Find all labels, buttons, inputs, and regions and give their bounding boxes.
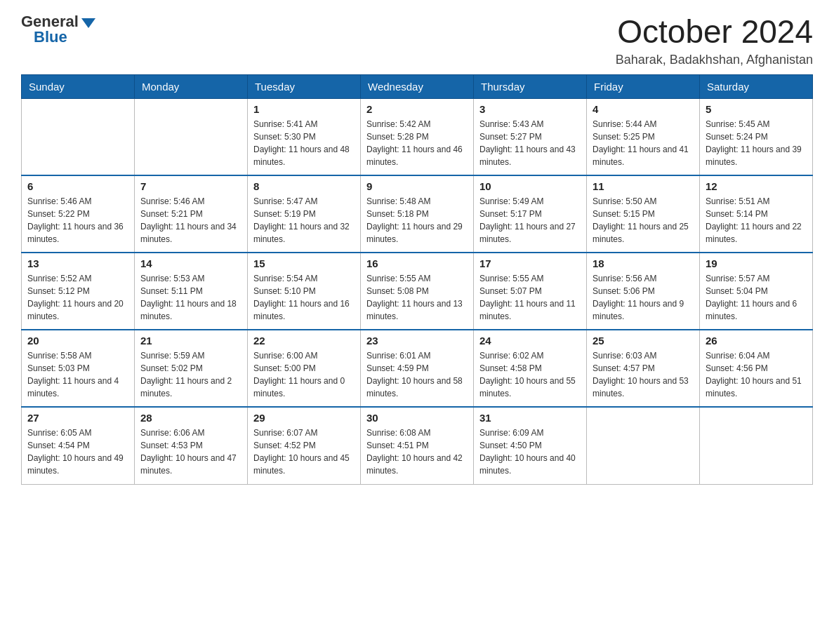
calendar-day-cell: 12Sunrise: 5:51 AMSunset: 5:14 PMDayligh…	[700, 175, 813, 253]
day-detail: Sunrise: 5:50 AMSunset: 5:15 PMDaylight:…	[593, 195, 694, 246]
day-number: 13	[27, 257, 128, 269]
day-number: 28	[140, 412, 241, 424]
day-detail: Sunrise: 5:45 AMSunset: 5:24 PMDaylight:…	[706, 118, 807, 168]
day-number: 27	[27, 412, 128, 424]
day-detail: Sunrise: 5:43 AMSunset: 5:27 PMDaylight:…	[479, 118, 581, 168]
day-detail: Sunrise: 5:53 AMSunset: 5:11 PMDaylight:…	[140, 272, 241, 323]
calendar-day-cell: 18Sunrise: 5:56 AMSunset: 5:06 PMDayligh…	[587, 253, 700, 330]
calendar-day-cell: 14Sunrise: 5:53 AMSunset: 5:11 PMDayligh…	[135, 253, 248, 330]
title-section: October 2024 Baharak, Badakhshan, Afghan…	[616, 14, 813, 67]
calendar-day-cell: 21Sunrise: 5:59 AMSunset: 5:02 PMDayligh…	[135, 330, 248, 407]
day-number: 9	[366, 180, 468, 192]
calendar-day-cell: 4Sunrise: 5:44 AMSunset: 5:25 PMDaylight…	[587, 98, 700, 175]
calendar-week-row: 6Sunrise: 5:46 AMSunset: 5:22 PMDaylight…	[22, 175, 813, 253]
day-detail: Sunrise: 5:41 AMSunset: 5:30 PMDaylight:…	[253, 118, 355, 168]
calendar-week-row: 13Sunrise: 5:52 AMSunset: 5:12 PMDayligh…	[22, 253, 813, 330]
calendar-day-header: Thursday	[474, 74, 587, 98]
calendar-day-header: Saturday	[700, 74, 813, 98]
day-detail: Sunrise: 5:56 AMSunset: 5:06 PMDaylight:…	[593, 272, 694, 323]
calendar-day-cell: 8Sunrise: 5:47 AMSunset: 5:19 PMDaylight…	[248, 175, 361, 253]
day-number: 11	[593, 180, 694, 192]
calendar-day-cell: 25Sunrise: 6:03 AMSunset: 4:57 PMDayligh…	[587, 330, 700, 407]
calendar-day-cell: 9Sunrise: 5:48 AMSunset: 5:18 PMDaylight…	[361, 175, 474, 253]
day-number: 19	[706, 257, 807, 269]
day-detail: Sunrise: 6:06 AMSunset: 4:53 PMDaylight:…	[140, 427, 241, 477]
day-detail: Sunrise: 6:04 AMSunset: 4:56 PMDaylight:…	[706, 349, 807, 400]
calendar-day-cell	[587, 407, 700, 484]
day-detail: Sunrise: 5:44 AMSunset: 5:25 PMDaylight:…	[593, 118, 694, 168]
calendar-day-cell: 3Sunrise: 5:43 AMSunset: 5:27 PMDaylight…	[474, 98, 587, 175]
location-subtitle: Baharak, Badakhshan, Afghanistan	[616, 53, 813, 67]
day-number: 23	[366, 335, 468, 347]
calendar-day-cell: 13Sunrise: 5:52 AMSunset: 5:12 PMDayligh…	[22, 253, 135, 330]
calendar-day-cell: 23Sunrise: 6:01 AMSunset: 4:59 PMDayligh…	[361, 330, 474, 407]
calendar-day-cell: 30Sunrise: 6:08 AMSunset: 4:51 PMDayligh…	[361, 407, 474, 484]
day-number: 14	[140, 257, 241, 269]
day-detail: Sunrise: 5:54 AMSunset: 5:10 PMDaylight:…	[253, 272, 355, 323]
day-detail: Sunrise: 5:55 AMSunset: 5:08 PMDaylight:…	[366, 272, 468, 323]
day-detail: Sunrise: 5:58 AMSunset: 5:03 PMDaylight:…	[27, 349, 128, 400]
calendar-day-header: Monday	[135, 74, 248, 98]
day-number: 21	[140, 335, 241, 347]
day-detail: Sunrise: 6:03 AMSunset: 4:57 PMDaylight:…	[593, 349, 694, 400]
calendar-day-cell: 7Sunrise: 5:46 AMSunset: 5:21 PMDaylight…	[135, 175, 248, 253]
day-detail: Sunrise: 5:57 AMSunset: 5:04 PMDaylight:…	[706, 272, 807, 323]
calendar-day-cell	[700, 407, 813, 484]
day-number: 22	[253, 335, 355, 347]
day-number: 8	[253, 180, 355, 192]
day-number: 7	[140, 180, 241, 192]
day-number: 20	[27, 335, 128, 347]
day-detail: Sunrise: 5:55 AMSunset: 5:07 PMDaylight:…	[479, 272, 581, 323]
day-number: 15	[253, 257, 355, 269]
day-number: 25	[593, 335, 694, 347]
calendar-day-cell: 19Sunrise: 5:57 AMSunset: 5:04 PMDayligh…	[700, 253, 813, 330]
calendar-day-header: Sunday	[22, 74, 135, 98]
day-detail: Sunrise: 5:47 AMSunset: 5:19 PMDaylight:…	[253, 195, 355, 246]
calendar-week-row: 20Sunrise: 5:58 AMSunset: 5:03 PMDayligh…	[22, 330, 813, 407]
day-detail: Sunrise: 5:49 AMSunset: 5:17 PMDaylight:…	[479, 195, 581, 246]
calendar-day-cell: 2Sunrise: 5:42 AMSunset: 5:28 PMDaylight…	[361, 98, 474, 175]
logo: General Blue	[21, 14, 95, 45]
calendar-day-cell: 28Sunrise: 6:06 AMSunset: 4:53 PMDayligh…	[135, 407, 248, 484]
page-header: General Blue October 2024 Baharak, Badak…	[21, 14, 813, 67]
calendar-day-cell: 29Sunrise: 6:07 AMSunset: 4:52 PMDayligh…	[248, 407, 361, 484]
day-number: 10	[479, 180, 581, 192]
calendar-day-cell: 24Sunrise: 6:02 AMSunset: 4:58 PMDayligh…	[474, 330, 587, 407]
calendar-day-header: Friday	[587, 74, 700, 98]
calendar-day-header: Wednesday	[361, 74, 474, 98]
day-detail: Sunrise: 6:00 AMSunset: 5:00 PMDaylight:…	[253, 349, 355, 400]
calendar-day-cell: 1Sunrise: 5:41 AMSunset: 5:30 PMDaylight…	[248, 98, 361, 175]
day-number: 3	[479, 103, 581, 115]
day-detail: Sunrise: 5:48 AMSunset: 5:18 PMDaylight:…	[366, 195, 468, 246]
day-detail: Sunrise: 6:05 AMSunset: 4:54 PMDaylight:…	[27, 427, 128, 477]
day-detail: Sunrise: 6:02 AMSunset: 4:58 PMDaylight:…	[479, 349, 581, 400]
day-number: 18	[593, 257, 694, 269]
calendar-day-header: Tuesday	[248, 74, 361, 98]
calendar-day-cell: 27Sunrise: 6:05 AMSunset: 4:54 PMDayligh…	[22, 407, 135, 484]
day-number: 24	[479, 335, 581, 347]
logo-blue-text: Blue	[34, 28, 67, 46]
day-number: 29	[253, 412, 355, 424]
day-number: 17	[479, 257, 581, 269]
calendar-day-cell	[22, 98, 135, 175]
logo-general-text: General	[21, 14, 79, 29]
day-detail: Sunrise: 5:52 AMSunset: 5:12 PMDaylight:…	[27, 272, 128, 323]
calendar-day-cell: 5Sunrise: 5:45 AMSunset: 5:24 PMDaylight…	[700, 98, 813, 175]
calendar-day-cell: 15Sunrise: 5:54 AMSunset: 5:10 PMDayligh…	[248, 253, 361, 330]
day-number: 5	[706, 103, 807, 115]
calendar-day-cell: 16Sunrise: 5:55 AMSunset: 5:08 PMDayligh…	[361, 253, 474, 330]
calendar-table: SundayMondayTuesdayWednesdayThursdayFrid…	[21, 74, 813, 485]
day-number: 12	[706, 180, 807, 192]
logo-triangle-icon	[81, 18, 95, 28]
day-number: 31	[479, 412, 581, 424]
day-detail: Sunrise: 5:42 AMSunset: 5:28 PMDaylight:…	[366, 118, 468, 168]
day-detail: Sunrise: 6:08 AMSunset: 4:51 PMDaylight:…	[366, 427, 468, 477]
day-number: 30	[366, 412, 468, 424]
calendar-day-cell: 26Sunrise: 6:04 AMSunset: 4:56 PMDayligh…	[700, 330, 813, 407]
day-detail: Sunrise: 6:07 AMSunset: 4:52 PMDaylight:…	[253, 427, 355, 477]
day-number: 6	[27, 180, 128, 192]
calendar-week-row: 1Sunrise: 5:41 AMSunset: 5:30 PMDaylight…	[22, 98, 813, 175]
day-number: 16	[366, 257, 468, 269]
calendar-day-cell: 20Sunrise: 5:58 AMSunset: 5:03 PMDayligh…	[22, 330, 135, 407]
calendar-day-cell: 31Sunrise: 6:09 AMSunset: 4:50 PMDayligh…	[474, 407, 587, 484]
